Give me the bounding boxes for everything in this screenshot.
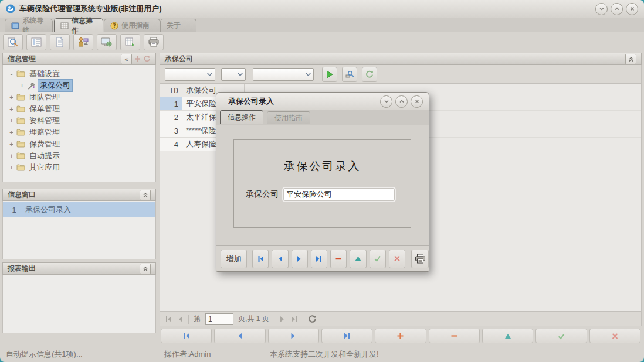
edit-record-button[interactable]: [482, 329, 533, 343]
tree-expander[interactable]: -: [9, 70, 14, 78]
info-window-item[interactable]: 1 承保公司录入: [3, 202, 155, 217]
help-coin-icon: ?: [110, 22, 118, 30]
dialog-post-button[interactable]: [370, 250, 386, 268]
tree-item-label: 自动提示: [28, 150, 62, 162]
tree-item-claims-manage[interactable]: + 理赔管理: [3, 127, 155, 138]
nav-prior-button[interactable]: [214, 329, 265, 343]
form-view-button[interactable]: [26, 34, 46, 50]
tree-expander[interactable]: +: [9, 164, 14, 172]
dialog-print-button[interactable]: [411, 250, 429, 268]
window-close-button[interactable]: [626, 3, 638, 15]
post-record-button[interactable]: [535, 329, 587, 343]
page-prev-button[interactable]: [177, 316, 184, 323]
dialog-nav-first-button[interactable]: [252, 250, 269, 268]
report-output-list: [2, 275, 156, 333]
filter-field-combo[interactable]: [165, 68, 215, 81]
page-next-button[interactable]: [279, 316, 286, 323]
tree-expander[interactable]: +: [9, 129, 14, 136]
run-filter-button[interactable]: [322, 67, 337, 82]
svg-text:?: ?: [113, 23, 116, 29]
page-refresh-button[interactable]: [308, 315, 317, 323]
info-window-panel-header: 信息窗口: [2, 189, 156, 201]
tree-expander[interactable]: +: [9, 105, 14, 113]
dialog-title-bar[interactable]: 承保公司录入: [216, 93, 429, 110]
monitor-globe-button[interactable]: [97, 34, 117, 50]
tree-item-base-settings[interactable]: - 基础设置: [3, 68, 155, 80]
tab-about[interactable]: 关于: [160, 19, 196, 32]
dialog-tab-info-ops[interactable]: 信息操作: [220, 110, 263, 124]
tab-label: 关于: [167, 21, 181, 30]
tree-item-data-manage[interactable]: + 资料管理: [3, 115, 155, 127]
dialog-maximize-button[interactable]: [395, 95, 408, 108]
page-first-button[interactable]: [165, 316, 172, 323]
nav-last-button[interactable]: [321, 329, 372, 343]
printer-button[interactable]: [144, 34, 164, 50]
status-operator: 操作者:Admin: [158, 349, 264, 360]
folder-icon: [16, 141, 25, 148]
refresh-tree-icon[interactable]: [143, 55, 151, 63]
tree-expander[interactable]: +: [9, 94, 14, 101]
nav-first-button[interactable]: [161, 329, 212, 343]
folder-icon: [16, 94, 25, 101]
preview-search-button[interactable]: [3, 34, 23, 50]
staff-chart-button[interactable]: [73, 34, 93, 50]
dialog-edit-button[interactable]: [350, 250, 366, 268]
add-node-icon[interactable]: [134, 55, 141, 63]
tree-item-policy-manage[interactable]: + 保单管理: [3, 103, 155, 115]
filter-operator-combo[interactable]: [221, 68, 246, 81]
window-maximize-button[interactable]: [611, 3, 623, 15]
tree-item-insurer-company[interactable]: + 承保公司: [3, 80, 155, 91]
tree-expander[interactable]: +: [9, 141, 14, 148]
insert-record-button[interactable]: [375, 329, 426, 343]
filter-value-combo[interactable]: [253, 68, 314, 81]
info-window-collapse-button[interactable]: [140, 190, 151, 200]
report-output-collapse-button[interactable]: [140, 264, 151, 274]
dialog-minimize-button[interactable]: [380, 95, 392, 108]
grid-panel-collapse-button[interactable]: [625, 54, 636, 64]
dialog-button-bar: 增加: [216, 245, 429, 271]
tab-info-ops[interactable]: 信息操作: [54, 18, 103, 32]
dialog-nav-last-button[interactable]: [311, 250, 327, 268]
grid-panel-title: 承保公司: [165, 54, 193, 64]
delete-record-button[interactable]: [429, 329, 480, 343]
grid-filter-toolbar: [160, 65, 642, 84]
tree-expander[interactable]: +: [19, 82, 25, 90]
export-grid-button[interactable]: [120, 34, 140, 50]
tree-item-team-manage[interactable]: + 团队管理: [3, 91, 155, 103]
dialog-nav-prior-button[interactable]: [272, 250, 288, 268]
refresh-grid-button[interactable]: [362, 67, 377, 82]
folder-icon: [16, 105, 25, 112]
status-auto-tip[interactable]: 自动提示信息(共1项)...: [0, 349, 158, 360]
insurer-name-input[interactable]: [283, 188, 395, 201]
document-button[interactable]: [50, 34, 70, 50]
folder-icon: [16, 129, 25, 136]
dialog-delete-button[interactable]: [330, 250, 347, 268]
tree-item-label: 资料管理: [28, 115, 62, 127]
cell-id: 1: [160, 97, 182, 110]
app-logo-icon: [6, 4, 15, 13]
tree-expander[interactable]: +: [9, 117, 14, 125]
cancel-record-button[interactable]: [589, 329, 640, 343]
tree-expander[interactable]: +: [9, 152, 14, 160]
tree-item-premium-manage[interactable]: + 保费管理: [3, 138, 155, 150]
tab-user-guide[interactable]: ? 使用指南: [104, 19, 160, 32]
page-number-input[interactable]: [205, 313, 233, 325]
tree-item-auto-remind[interactable]: + 自动提示: [3, 150, 155, 162]
info-manage-panel-header: 信息管理 «: [2, 53, 156, 65]
tree-item-other-apps[interactable]: + 其它应用: [3, 162, 155, 173]
window-minimize-button[interactable]: [595, 3, 608, 15]
dialog-close-button[interactable]: [411, 95, 423, 108]
sidebar-collapse-left-button[interactable]: «: [121, 54, 132, 64]
add-button[interactable]: 增加: [221, 250, 247, 268]
page-last-button[interactable]: [290, 316, 298, 323]
dialog-nav-next-button[interactable]: [292, 250, 308, 268]
divider: [188, 315, 189, 324]
dialog-cancel-button[interactable]: [389, 250, 405, 268]
nav-next-button[interactable]: [268, 329, 319, 343]
dialog-tab-guide[interactable]: 使用指南: [267, 111, 310, 124]
tab-system-nav[interactable]: 系统导航: [5, 19, 53, 32]
info-manage-title: 信息管理: [8, 54, 36, 64]
column-header-id[interactable]: ID: [160, 84, 182, 97]
advanced-search-button[interactable]: [342, 67, 357, 82]
folder-icon: [16, 164, 25, 171]
